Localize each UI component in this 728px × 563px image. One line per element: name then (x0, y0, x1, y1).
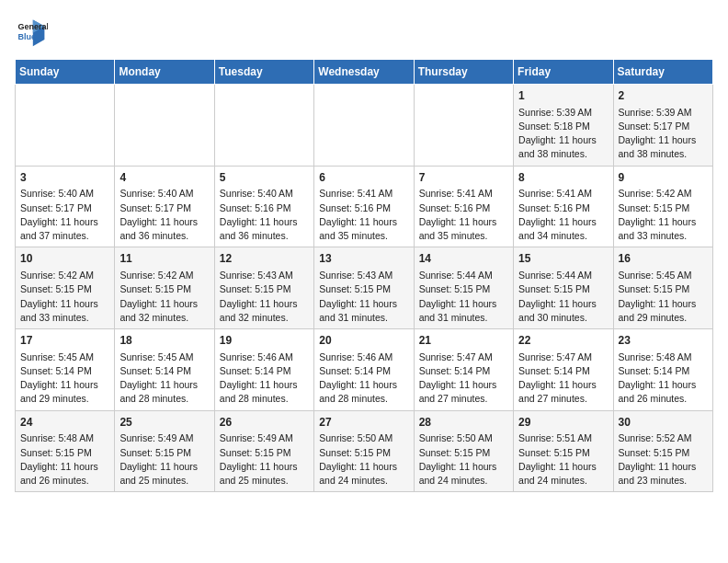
day-info: Sunrise: 5:46 AM Sunset: 5:14 PM Dayligh… (220, 350, 309, 407)
calendar-cell (16, 85, 115, 167)
day-of-week-header: Friday (514, 60, 613, 85)
day-number: 21 (419, 333, 508, 349)
day-info: Sunrise: 5:48 AM Sunset: 5:14 PM Dayligh… (619, 350, 708, 407)
day-info: Sunrise: 5:45 AM Sunset: 5:15 PM Dayligh… (619, 269, 708, 325)
calendar-cell: 9Sunrise: 5:42 AM Sunset: 5:15 PM Daylig… (613, 166, 712, 247)
day-info: Sunrise: 5:52 AM Sunset: 5:15 PM Dayligh… (619, 431, 708, 488)
calendar-cell (214, 85, 313, 167)
day-number: 25 (119, 415, 209, 431)
day-info: Sunrise: 5:41 AM Sunset: 5:16 PM Dayligh… (419, 187, 508, 243)
day-info: Sunrise: 5:44 AM Sunset: 5:15 PM Dayligh… (518, 269, 608, 325)
day-info: Sunrise: 5:39 AM Sunset: 5:17 PM Dayligh… (619, 106, 708, 162)
logo: General Blue (15, 15, 48, 48)
day-number: 26 (220, 415, 309, 431)
calendar-cell: 24Sunrise: 5:48 AM Sunset: 5:15 PM Dayli… (16, 410, 115, 492)
page-header: General Blue (15, 15, 713, 48)
day-info: Sunrise: 5:46 AM Sunset: 5:14 PM Dayligh… (319, 350, 408, 407)
day-number: 1 (518, 88, 608, 104)
day-number: 28 (419, 415, 508, 431)
day-info: Sunrise: 5:40 AM Sunset: 5:17 PM Dayligh… (119, 187, 209, 243)
day-info: Sunrise: 5:43 AM Sunset: 5:15 PM Dayligh… (220, 269, 309, 325)
day-info: Sunrise: 5:47 AM Sunset: 5:14 PM Dayligh… (419, 350, 508, 407)
day-number: 4 (119, 170, 209, 186)
calendar-cell: 25Sunrise: 5:49 AM Sunset: 5:15 PM Dayli… (115, 410, 214, 492)
day-info: Sunrise: 5:40 AM Sunset: 5:16 PM Dayligh… (220, 187, 309, 243)
calendar-header-row: SundayMondayTuesdayWednesdayThursdayFrid… (16, 60, 713, 85)
calendar-cell: 20Sunrise: 5:46 AM Sunset: 5:14 PM Dayli… (314, 329, 414, 411)
calendar-cell: 1Sunrise: 5:39 AM Sunset: 5:18 PM Daylig… (514, 85, 613, 167)
day-number: 22 (518, 333, 608, 349)
day-number: 12 (220, 251, 309, 267)
day-info: Sunrise: 5:43 AM Sunset: 5:15 PM Dayligh… (319, 269, 408, 325)
day-number: 18 (119, 333, 209, 349)
calendar-table: SundayMondayTuesdayWednesdayThursdayFrid… (15, 59, 713, 492)
calendar-cell: 14Sunrise: 5:44 AM Sunset: 5:15 PM Dayli… (414, 247, 513, 329)
day-number: 29 (518, 415, 608, 431)
calendar-cell: 4Sunrise: 5:40 AM Sunset: 5:17 PM Daylig… (115, 166, 214, 247)
day-info: Sunrise: 5:45 AM Sunset: 5:14 PM Dayligh… (119, 350, 209, 407)
calendar-cell: 7Sunrise: 5:41 AM Sunset: 5:16 PM Daylig… (414, 166, 513, 247)
day-number: 16 (619, 251, 708, 267)
day-info: Sunrise: 5:41 AM Sunset: 5:16 PM Dayligh… (319, 187, 408, 243)
day-info: Sunrise: 5:45 AM Sunset: 5:14 PM Dayligh… (20, 350, 109, 407)
day-number: 5 (220, 170, 309, 186)
day-number: 19 (220, 333, 309, 349)
day-info: Sunrise: 5:40 AM Sunset: 5:17 PM Dayligh… (20, 187, 109, 243)
day-number: 11 (119, 251, 209, 267)
svg-text:Blue: Blue (18, 32, 37, 41)
day-number: 2 (619, 88, 708, 104)
day-info: Sunrise: 5:51 AM Sunset: 5:15 PM Dayligh… (518, 431, 608, 488)
calendar-cell: 2Sunrise: 5:39 AM Sunset: 5:17 PM Daylig… (613, 85, 712, 167)
day-of-week-header: Wednesday (314, 60, 414, 85)
day-info: Sunrise: 5:41 AM Sunset: 5:16 PM Dayligh… (518, 187, 608, 243)
calendar-cell: 22Sunrise: 5:47 AM Sunset: 5:14 PM Dayli… (514, 329, 613, 411)
day-info: Sunrise: 5:42 AM Sunset: 5:15 PM Dayligh… (119, 269, 209, 325)
day-info: Sunrise: 5:49 AM Sunset: 5:15 PM Dayligh… (119, 431, 209, 488)
calendar-cell (414, 85, 513, 167)
day-of-week-header: Tuesday (214, 60, 313, 85)
day-number: 10 (20, 251, 109, 267)
day-info: Sunrise: 5:39 AM Sunset: 5:18 PM Dayligh… (518, 106, 608, 162)
calendar-week-row: 17Sunrise: 5:45 AM Sunset: 5:14 PM Dayli… (16, 329, 713, 411)
svg-text:General: General (18, 22, 48, 31)
day-of-week-header: Sunday (16, 60, 115, 85)
calendar-cell: 17Sunrise: 5:45 AM Sunset: 5:14 PM Dayli… (16, 329, 115, 411)
calendar-cell (115, 85, 214, 167)
day-info: Sunrise: 5:50 AM Sunset: 5:15 PM Dayligh… (319, 431, 408, 488)
calendar-cell: 8Sunrise: 5:41 AM Sunset: 5:16 PM Daylig… (514, 166, 613, 247)
day-number: 13 (319, 251, 408, 267)
day-number: 6 (319, 170, 408, 186)
day-of-week-header: Saturday (613, 60, 712, 85)
calendar-cell: 29Sunrise: 5:51 AM Sunset: 5:15 PM Dayli… (514, 410, 613, 492)
day-info: Sunrise: 5:49 AM Sunset: 5:15 PM Dayligh… (220, 431, 309, 488)
calendar-cell: 3Sunrise: 5:40 AM Sunset: 5:17 PM Daylig… (16, 166, 115, 247)
day-number: 24 (20, 415, 109, 431)
day-number: 27 (319, 415, 408, 431)
day-number: 30 (619, 415, 708, 431)
calendar-cell: 26Sunrise: 5:49 AM Sunset: 5:15 PM Dayli… (214, 410, 313, 492)
day-info: Sunrise: 5:47 AM Sunset: 5:14 PM Dayligh… (518, 350, 608, 407)
calendar-cell: 30Sunrise: 5:52 AM Sunset: 5:15 PM Dayli… (613, 410, 712, 492)
day-info: Sunrise: 5:42 AM Sunset: 5:15 PM Dayligh… (619, 187, 708, 243)
calendar-cell: 10Sunrise: 5:42 AM Sunset: 5:15 PM Dayli… (16, 247, 115, 329)
calendar-cell: 18Sunrise: 5:45 AM Sunset: 5:14 PM Dayli… (115, 329, 214, 411)
day-info: Sunrise: 5:44 AM Sunset: 5:15 PM Dayligh… (419, 269, 508, 325)
logo-icon: General Blue (15, 15, 48, 48)
day-info: Sunrise: 5:42 AM Sunset: 5:15 PM Dayligh… (20, 269, 109, 325)
calendar-week-row: 10Sunrise: 5:42 AM Sunset: 5:15 PM Dayli… (16, 247, 713, 329)
day-of-week-header: Thursday (414, 60, 513, 85)
day-number: 15 (518, 251, 608, 267)
calendar-cell: 28Sunrise: 5:50 AM Sunset: 5:15 PM Dayli… (414, 410, 513, 492)
calendar-week-row: 1Sunrise: 5:39 AM Sunset: 5:18 PM Daylig… (16, 85, 713, 167)
calendar-week-row: 24Sunrise: 5:48 AM Sunset: 5:15 PM Dayli… (16, 410, 713, 492)
calendar-cell: 27Sunrise: 5:50 AM Sunset: 5:15 PM Dayli… (314, 410, 414, 492)
day-number: 7 (419, 170, 508, 186)
calendar-cell: 19Sunrise: 5:46 AM Sunset: 5:14 PM Dayli… (214, 329, 313, 411)
day-number: 23 (619, 333, 708, 349)
calendar-cell: 6Sunrise: 5:41 AM Sunset: 5:16 PM Daylig… (314, 166, 414, 247)
day-number: 20 (319, 333, 408, 349)
calendar-cell (314, 85, 414, 167)
day-number: 3 (20, 170, 109, 186)
day-number: 8 (518, 170, 608, 186)
calendar-cell: 13Sunrise: 5:43 AM Sunset: 5:15 PM Dayli… (314, 247, 414, 329)
